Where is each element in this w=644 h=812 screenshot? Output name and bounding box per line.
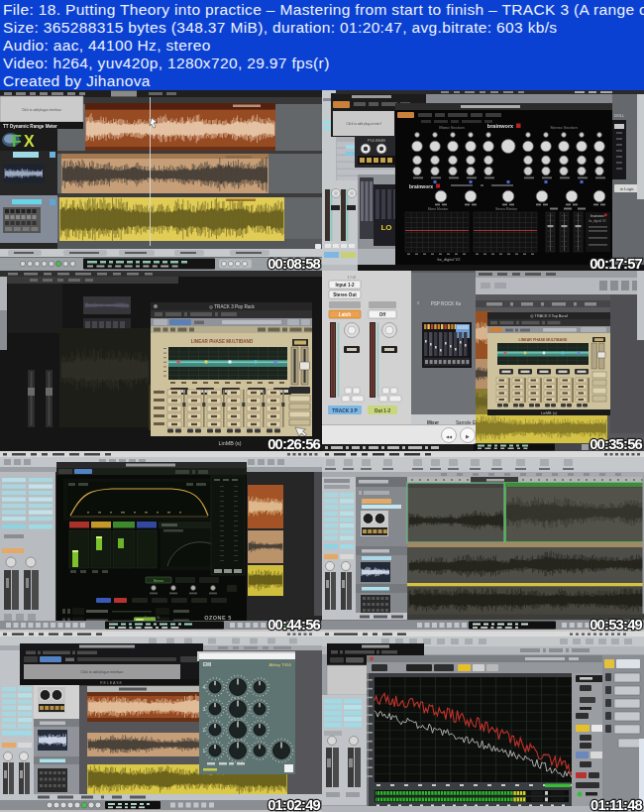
svg-text:4: 4 bbox=[203, 684, 206, 690]
svg-text:◎ TRACK 3 Top Band: ◎ TRACK 3 Top Band bbox=[530, 314, 567, 318]
svg-text:Stereo Monitor: Stereo Monitor bbox=[495, 207, 518, 211]
svg-text:00:08:58: 00:08:58 bbox=[268, 256, 320, 271]
svg-text:Mono Monitor: Mono Monitor bbox=[428, 207, 450, 211]
svg-text:brainworx: brainworx bbox=[409, 183, 433, 189]
svg-text:Stereo: Stereo bbox=[154, 579, 164, 583]
svg-text:LO: LO bbox=[380, 223, 391, 232]
svg-text:1: 1 bbox=[203, 748, 206, 754]
svg-text:LINEAR PHASE MULTIBAND: LINEAR PHASE MULTIBAND bbox=[191, 339, 254, 344]
svg-text:00:53:49: 00:53:49 bbox=[590, 617, 642, 632]
svg-text:TT Dynamic Range Meter: TT Dynamic Range Meter bbox=[3, 124, 57, 129]
svg-text:Out 1-2: Out 1-2 bbox=[375, 408, 391, 413]
svg-text:DIOLL: DIOLL bbox=[614, 114, 624, 118]
svg-text:Input 1-2: Input 1-2 bbox=[335, 283, 355, 288]
svg-text:PULSE4B: PULSE4B bbox=[368, 138, 385, 143]
svg-text:EMI: EMI bbox=[203, 662, 211, 667]
svg-text:00:35:56: 00:35:56 bbox=[590, 436, 642, 451]
svg-text:in Logic: in Logic bbox=[620, 186, 634, 191]
svg-text:Latch: Latch bbox=[339, 312, 351, 317]
svg-text:Off: Off bbox=[379, 312, 386, 317]
svg-text:X: X bbox=[24, 133, 35, 150]
svg-text:Click to add plug-in interface: Click to add plug-in interface bbox=[22, 108, 61, 112]
svg-text:TRACK 3 P: TRACK 3 P bbox=[332, 408, 358, 413]
svg-text:R E L E A S E: R E L E A S E bbox=[100, 681, 123, 685]
svg-text:00:26:56: 00:26:56 bbox=[268, 436, 320, 451]
svg-text:Click to add plug-in interf: Click to add plug-in interf bbox=[346, 122, 380, 126]
svg-text:brainworx: brainworx bbox=[487, 123, 514, 129]
svg-text:bx_digital V2: bx_digital V2 bbox=[589, 219, 606, 223]
svg-text:Click to add plug-in interface: Click to add plug-in interface bbox=[81, 670, 124, 674]
svg-text:00:17:57: 00:17:57 bbox=[590, 256, 642, 271]
svg-text:LinMB (s): LinMB (s) bbox=[541, 411, 558, 415]
svg-text:Abbey TG50: Abbey TG50 bbox=[269, 662, 292, 667]
svg-text:2: 2 bbox=[203, 727, 206, 733]
svg-text:LinMB (s): LinMB (s) bbox=[218, 440, 241, 446]
svg-text:F: F bbox=[12, 133, 22, 150]
svg-text:3: 3 bbox=[203, 706, 206, 712]
svg-text:01:02:49: 01:02:49 bbox=[268, 797, 320, 812]
svg-text:bx_digital V2: bx_digital V2 bbox=[438, 257, 462, 262]
svg-text:Stereo Section: Stereo Section bbox=[550, 125, 578, 130]
svg-text:I / O: I / O bbox=[348, 275, 356, 280]
svg-text:Ozone 5: Ozone 5 bbox=[144, 615, 161, 620]
svg-text:00:44:56: 00:44:56 bbox=[268, 617, 320, 632]
svg-text:Stereo Out: Stereo Out bbox=[333, 292, 357, 297]
svg-text:LINEAR PHASE MULTIBAND: LINEAR PHASE MULTIBAND bbox=[519, 338, 568, 342]
svg-text:OZONE 5: OZONE 5 bbox=[204, 615, 232, 621]
svg-text:◀◀: ◀◀ bbox=[446, 434, 453, 439]
svg-text:▶: ▶ bbox=[466, 433, 470, 439]
svg-text:01:11:48: 01:11:48 bbox=[590, 797, 643, 812]
svg-text:◎ TRACK 3 Pop Rock: ◎ TRACK 3 Pop Rock bbox=[209, 304, 255, 309]
svg-text:PSP ROCK Ke: PSP ROCK Ke bbox=[431, 301, 462, 306]
svg-text:brainworx: brainworx bbox=[590, 214, 604, 218]
svg-text:Mono Section: Mono Section bbox=[439, 125, 465, 130]
